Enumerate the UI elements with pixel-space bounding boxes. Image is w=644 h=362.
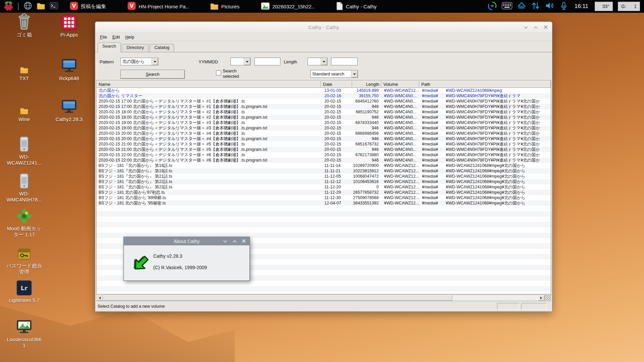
table-row[interactable]: BSフジ・181『北の国から』 第22話.ts11-12-12101064536… (97, 179, 551, 184)
menu-file[interactable]: File (97, 34, 110, 40)
scroll-left-button[interactable] (97, 295, 103, 301)
tab-search[interactable]: Search (98, 43, 121, 52)
cell-date: 11-11-14 (321, 163, 352, 168)
menu-help[interactable]: Help (122, 34, 137, 40)
taskbar-task[interactable]: Cathy - Cathy (336, 2, 377, 11)
keyboard-icon[interactable] (502, 2, 512, 11)
cell-volume: ¥WD-WCAWZ12... (381, 168, 419, 174)
desktop-icon[interactable]: Rckp648 (50, 56, 88, 81)
desktop-icon[interactable]: TXT (5, 56, 43, 81)
taskbar-task[interactable]: V投稿を編集 (70, 2, 106, 11)
table-row[interactable]: BSフジ・181『北の国から』 第18話.ts11-11-14102697209… (97, 163, 551, 168)
chevron-up-button[interactable] (533, 25, 538, 29)
table-row[interactable]: 2020-02-15 18:00 北の国から＜デジタルリマスター版＞ #2【倉本… (97, 115, 551, 120)
volume-icon[interactable] (545, 1, 554, 11)
table-row[interactable]: 2020-02-15 21:00 北の国から＜デジタルリマスター版＞ #5【倉本… (97, 141, 551, 147)
table-row[interactable]: 2020-02-15 20:00 北の国から＜デジタルリマスター版＞ #4【倉本… (97, 136, 551, 141)
length-input[interactable] (331, 58, 358, 65)
length-combobox[interactable] (308, 58, 327, 65)
table-row[interactable]: 北の国から13-01-03145819.899¥WD-WCAWZ12...¥me… (97, 88, 551, 93)
desktop-icon[interactable]: Moo0 動画カッター 1.17 (5, 206, 43, 238)
desktop-icon[interactable]: Losslesscut366 1 (5, 317, 43, 349)
table-row[interactable]: 北の国から リマスター20-02-1639155.750¥WD-WMC4N0..… (97, 93, 551, 99)
horizontal-scrollbar[interactable] (96, 295, 545, 301)
table-row[interactable]: BSフジ・181『北の国から』 第21話.ts11-12-05100680474… (97, 174, 551, 179)
launcher-browser[interactable] (23, 1, 32, 11)
desktop-icon[interactable]: Pi-Apps (50, 12, 88, 38)
cell-length: 145819.899 (352, 88, 381, 93)
table-row[interactable]: BSフジ・181『北の国から』 第19話.ts11-11-21102238158… (97, 168, 551, 174)
chevron-down-button[interactable] (223, 239, 227, 244)
table-row[interactable]: BSフジ・181 北の国から'87初恋.ts11-12-292657785873… (97, 190, 551, 195)
tab-directory[interactable]: Directory (122, 44, 149, 52)
launcher-menu[interactable] (4, 1, 13, 12)
search-mode-combobox[interactable]: Standard search (310, 70, 358, 78)
cell-media: ¥media¥ (419, 158, 444, 163)
status-text: Select Catalog to add a new volume (98, 304, 165, 309)
table-row[interactable]: 2020-02-15 20:00 北の国から＜デジタルリマスター版＞ #4【倉本… (97, 131, 551, 136)
table-row[interactable]: BSフジ・181 北の国から '95秘密.ts12-04-07384335513… (97, 200, 551, 206)
length-label: Length (284, 59, 297, 64)
chevron-up-icon (232, 239, 237, 244)
close-button[interactable] (241, 239, 246, 244)
pattern-combobox[interactable]: 北の国から (120, 58, 158, 65)
menu-edit[interactable]: Edit (110, 34, 122, 40)
eject-icon[interactable] (517, 2, 526, 11)
column-header-date[interactable]: Date (321, 80, 352, 88)
chevron-down-icon[interactable] (321, 58, 327, 65)
menubar: FileEditHelp (95, 33, 552, 41)
table-row[interactable]: BSフジ・181 北の国から '89帰郷.ts11-12-30275090785… (97, 195, 551, 200)
cell-length: 6878333440 (352, 120, 381, 125)
desktop-icon[interactable]: WD-WMC4N0H78... (5, 171, 43, 203)
table-row[interactable]: BSフジ・181『北の国から』 第23話.ts11-12-200¥WD-WCAW… (97, 184, 551, 190)
yymmdd-combobox[interactable] (230, 58, 251, 65)
yymmdd-input[interactable] (254, 58, 280, 65)
close-button[interactable] (543, 25, 548, 29)
table-row[interactable]: 2020-02-15 17:00 北の国から＜デジタルリマスター版＞ #1【倉本… (97, 99, 551, 104)
launcher-file-manager[interactable] (37, 2, 45, 11)
temperature-widget[interactable]: 33° (595, 2, 613, 11)
chevron-down-button[interactable] (523, 25, 528, 29)
window-titlebar[interactable]: Cathy - Cathy (95, 22, 552, 33)
cell-length: 6845412760 (352, 99, 381, 104)
table-row[interactable]: 2020-02-15 19:00 北の国から＜デジタルリマスター版＞ #3【倉本… (97, 125, 551, 131)
resize-grip[interactable] (545, 295, 551, 301)
scroll-right-button[interactable] (538, 295, 544, 301)
table-row[interactable]: 2020-02-15 17:00 北の国から＜デジタルリマスター版＞ #1【倉本… (97, 104, 551, 109)
desktop-icon[interactable]: LrLightroom 5.7 (5, 278, 43, 303)
launcher-terminal[interactable] (50, 2, 58, 11)
desktop-icon[interactable]: Wine (5, 97, 43, 122)
vnc-icon[interactable] (488, 1, 497, 12)
column-header-length[interactable]: Length (352, 80, 381, 88)
desktop-icon[interactable]: ゴミ箱 (5, 12, 43, 38)
taskbar-task[interactable]: Pictures (210, 2, 239, 11)
desktop-icon[interactable]: パスワード総合管理 (5, 243, 43, 275)
desktop-icon[interactable]: Cathy2.28.3 (50, 97, 88, 122)
tab-catalog[interactable]: Catalog (150, 44, 174, 52)
table-row[interactable]: 2020-02-15 21:00 北の国から＜デジタルリマスター版＞ #5【倉本… (97, 147, 551, 152)
taskbar-task[interactable]: 20260322_15h22.. (261, 2, 314, 11)
search-button[interactable]: Search (120, 70, 185, 79)
table-row[interactable]: 2020-02-15 22:00 北の国から＜デジタルリマスター版＞ #6【倉本… (97, 158, 551, 163)
table-row[interactable]: 2020-02-15 22:00 北の国から＜デジタルリマスター版＞ #6【倉本… (97, 152, 551, 158)
column-header-name[interactable]: Name (97, 80, 321, 88)
results-header-row: NameDateLengthVolumePath (97, 80, 551, 88)
document-icon (336, 2, 343, 11)
desktop-icon[interactable]: WD-WCAWZ1241... (5, 134, 43, 166)
column-header-volume[interactable]: Volume (381, 80, 419, 88)
updown-arrows-icon[interactable] (531, 1, 540, 11)
about-titlebar[interactable]: About Cathy (123, 237, 250, 245)
table-row[interactable]: 2020-02-15 18:00 北の国から＜デジタルリマスター版＞ #2【倉本… (97, 109, 551, 115)
scrollbar-thumb[interactable] (103, 295, 452, 301)
taskbar-task[interactable]: VHN-Project Home Pa.. (127, 2, 188, 11)
chevron-up-button[interactable] (232, 239, 237, 244)
chevron-down-icon[interactable] (244, 58, 250, 65)
chevron-down-icon[interactable] (152, 58, 158, 65)
scrollbar-track[interactable] (452, 295, 538, 301)
column-header-path[interactable]: Path (419, 80, 551, 88)
governor-widget[interactable]: G: 1 (618, 2, 640, 11)
table-row[interactable]: 2020-02-15 19:00 北の国から＜デジタルリマスター版＞ #3【倉本… (97, 120, 551, 125)
search-selected-checkbox[interactable] (216, 70, 221, 75)
microphone-icon[interactable] (559, 1, 568, 12)
chevron-down-icon[interactable] (351, 70, 358, 77)
